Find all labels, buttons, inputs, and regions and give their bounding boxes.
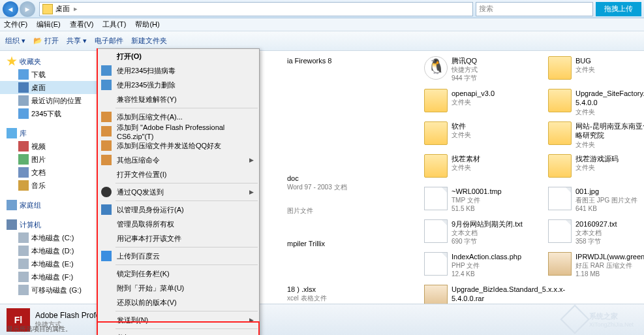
upload-button[interactable]: 拖拽上传 — [596, 2, 641, 16]
folder-icon — [424, 121, 448, 145]
nav-forward-button[interactable]: ► — [20, 1, 35, 17]
toolbar-open[interactable]: 📂 打开 — [33, 36, 59, 46]
cm-baidu[interactable]: 上传到百度云 — [97, 249, 259, 263]
recent-icon — [18, 95, 29, 106]
sidebar-disk-g[interactable]: 可移动磁盘 (G:) — [0, 283, 104, 296]
file-name: BUG — [575, 56, 595, 65]
annotation-line — [97, 48, 98, 323]
sidebar-item-videos[interactable]: 视频 — [0, 140, 104, 153]
file-item[interactable]: openapi_v3.0文件夹 — [424, 89, 542, 118]
file-item[interactable]: mpiler Trillix — [287, 239, 418, 268]
watermark: 系统之家 XiTongZhiJia.Net — [564, 309, 634, 330]
sidebar-item-downloads[interactable]: 下载 — [0, 68, 104, 81]
toolbar-organize[interactable]: 组织 ▾ — [5, 36, 25, 46]
cm-other-zip[interactable]: 其他压缩命令▶ — [97, 153, 259, 167]
sidebar-libraries[interactable]: 库 — [0, 127, 104, 140]
file-name: 20160927.txt — [575, 219, 617, 229]
folder-icon — [548, 56, 572, 80]
file-name: 9月份网站到期关闭.txt — [452, 219, 523, 229]
menu-view[interactable]: 查看(V) — [70, 20, 94, 29]
file-name: 001.jpg — [575, 187, 637, 196]
file-item[interactable]: Upgrade_SiteFactory.Standard_5.x.x.x-5.4… — [548, 89, 644, 118]
sidebar-disk-d[interactable]: 本地磁盘 (D:) — [0, 244, 104, 257]
file-item[interactable]: 找茬游戏源码文件夹 — [548, 154, 644, 183]
cm-open-location[interactable]: 打开文件位置(I) — [97, 167, 259, 182]
file-item[interactable]: 找茬素材文件夹 — [424, 154, 542, 183]
cm-pin-taskbar[interactable]: 锁定到任务栏(K) — [97, 266, 259, 281]
cm-admin-own[interactable]: 管理员取得所有权 — [97, 217, 259, 231]
cm-cut[interactable]: 剪切(T) — [97, 330, 259, 335]
file-name: 软件 — [452, 121, 471, 131]
address-bar[interactable]: 桌面 ▸ — [39, 2, 473, 16]
cm-add-zip-name[interactable]: 添加到 "Adobe Flash Professional CS6.zip"(T… — [97, 124, 259, 138]
cm-open[interactable]: 打开(O) — [97, 49, 259, 63]
homegroup-icon — [7, 200, 17, 210]
cm-notepad[interactable]: 用记事本打开该文件 — [97, 231, 259, 246]
cm-qq-send[interactable]: 通过QQ发送到▶ — [97, 185, 259, 199]
toolbar-newfolder[interactable]: 新建文件夹 — [131, 36, 167, 46]
toolbar-share[interactable]: 共享 ▾ — [67, 36, 87, 46]
menu-file[interactable]: 文件(F) — [4, 20, 27, 29]
file-item[interactable]: 网站-昆明南亚东南亚合作战略研究院文件夹 — [548, 121, 644, 150]
sidebar-item-recent[interactable]: 最近访问的位置 — [0, 94, 104, 107]
video-icon — [18, 141, 29, 152]
sidebar-item-documents[interactable]: 文档 — [0, 166, 104, 179]
file-name: Upgrade_BizIdea.Standard_5.x.x.x-5.4.0.0… — [452, 285, 565, 304]
file-item[interactable]: 腾讯QQ快捷方式944 字节 — [424, 56, 542, 85]
desktop-icon — [18, 82, 29, 93]
menu-tools[interactable]: 工具(T) — [102, 20, 126, 29]
sidebar-disk-e[interactable]: 本地磁盘 (E:) — [0, 257, 104, 270]
download-icon — [18, 69, 29, 80]
menu-edit[interactable]: 编辑(E) — [37, 20, 61, 29]
archive-icon — [101, 126, 112, 136]
archive-icon — [101, 155, 112, 165]
file-item[interactable]: 9月份网站到期关闭.txt文本文档690 字节 — [424, 219, 542, 248]
file-item[interactable]: BUG文件夹 — [548, 56, 644, 85]
sidebar-disk-f[interactable]: 本地磁盘 (F:) — [0, 270, 104, 283]
sidebar-item-desktop[interactable]: 桌面 — [0, 81, 104, 94]
cm-run-admin[interactable]: 以管理员身份运行(A) — [97, 202, 259, 217]
folder-icon — [548, 154, 572, 178]
sidebar-favorites[interactable]: 收藏夹 — [0, 55, 104, 68]
file-name: openapi_v3.0 — [452, 89, 495, 98]
library-icon — [7, 128, 17, 138]
file-item[interactable]: 001.jpg看图王 JPG 图片文件641 KB — [548, 187, 644, 215]
file-item[interactable]: 软件文件夹 — [424, 121, 542, 150]
search-input[interactable]: 搜索 — [476, 2, 593, 16]
sidebar-disk-c[interactable]: 本地磁盘 (C:) — [0, 231, 104, 244]
cm-pin-start[interactable]: 附到「开始」菜单(U) — [97, 281, 259, 295]
sidebar-homegroup[interactable]: 家庭组 — [0, 199, 104, 212]
menu-help[interactable]: 帮助(H) — [135, 20, 159, 29]
cm-compat[interactable]: 兼容性疑难解答(Y) — [97, 92, 259, 106]
shield-icon — [101, 65, 112, 76]
cm-add-zip-qq[interactable]: 添加到压缩文件并发送给QQ好友 — [97, 138, 259, 153]
breadcrumb-location[interactable]: 桌面 — [55, 4, 70, 14]
rar-icon — [548, 252, 572, 276]
sidebar-item-pictures[interactable]: 图片 — [0, 153, 104, 166]
cm-scan-2345[interactable]: 使用2345扫描病毒 — [97, 63, 259, 78]
cm-delete-2345[interactable]: 使用2345强力删除 — [97, 78, 259, 92]
file-meta: 358 字节 — [575, 237, 617, 246]
file-meta: PHP 文件 — [452, 261, 521, 270]
file-item[interactable]: docWord 97 - 2003 文档 — [287, 174, 418, 202]
document-icon — [18, 167, 29, 178]
sidebar-item-music[interactable]: 音乐 — [0, 179, 104, 192]
file-meta: 文件夹 — [575, 140, 644, 149]
file-meta: TMP 文件 — [452, 196, 502, 204]
file-item[interactable]: 图片文件 — [287, 206, 418, 235]
cm-restore[interactable]: 还原以前的版本(V) — [97, 295, 259, 310]
cm-send-to[interactable]: 发送到(N)▶ — [97, 313, 259, 327]
computer-icon — [7, 219, 17, 230]
file-meta: 12.4 KB — [452, 270, 521, 278]
sidebar-item-2345[interactable]: 2345下载 — [0, 107, 104, 120]
file-name: Upgrade_SiteFactory.Standard_5.x.x.x-5.4… — [575, 89, 644, 108]
toolbar-email[interactable]: 电子邮件 — [95, 36, 123, 46]
file-item[interactable]: 20160927.txt文本文档358 字节 — [548, 219, 644, 248]
file-item[interactable]: ia Fireworks 8 — [287, 56, 418, 85]
file-meta: 文件夹 — [575, 65, 595, 74]
file-item[interactable]: ~WRL0001.tmpTMP 文件51.5 KB — [424, 187, 542, 215]
file-item[interactable]: IPRWDJL(www.greenxf.com).rar好压 RAR 压缩文件1… — [548, 252, 644, 281]
nav-back-button[interactable]: ◄ — [3, 1, 18, 17]
sidebar-computer[interactable]: 计算机 — [0, 218, 104, 231]
file-item[interactable]: IndexAction.class.phpPHP 文件12.4 KB — [424, 252, 542, 281]
